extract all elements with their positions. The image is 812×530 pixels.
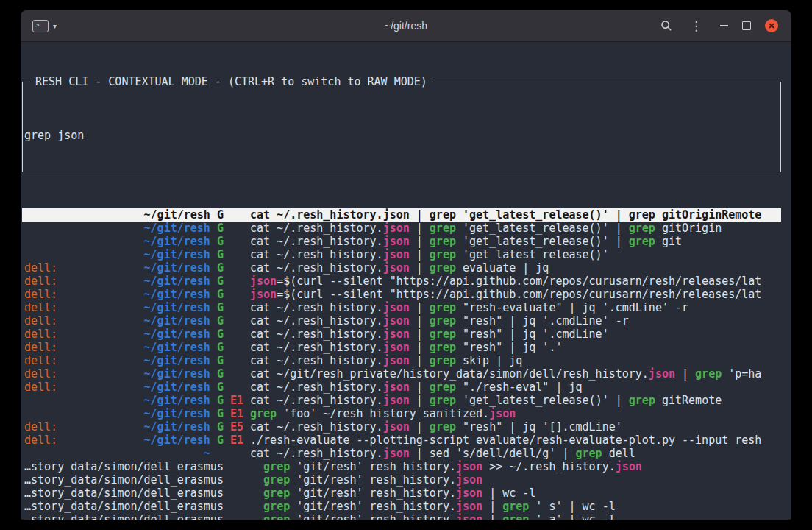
- history-row[interactable]: dell:~/git/reshGcat ~/.resh_history.json…: [22, 341, 781, 354]
- directory-label: ~/git/resh: [144, 328, 210, 341]
- command-fragment: git: [655, 235, 682, 248]
- command-fragment: cat ~/.resh_history.: [250, 208, 383, 222]
- history-row[interactable]: dell:~/git/reshGcat ~/.resh_history.json…: [22, 354, 781, 367]
- match-highlight: json: [383, 420, 410, 434]
- host-dir-cell: dell:~/git/resh: [24, 381, 210, 394]
- flag-badge: G: [217, 367, 224, 381]
- command-fragment: "resh" | jq '.cmdLine' -r: [456, 314, 629, 328]
- command-fragment: "resh" | jq '.cmdLine': [456, 328, 609, 341]
- command-fragment: 'git/resh' resh_history.: [290, 487, 456, 500]
- match-highlight: grep: [629, 208, 655, 222]
- host-label: dell:: [24, 381, 57, 394]
- flags-cell: G: [217, 261, 243, 275]
- match-highlight: json: [383, 235, 410, 248]
- command-text: cat ~/.resh_history.json | grep "resh" |…: [250, 328, 781, 341]
- command-fragment: "resh" | jq '.': [456, 341, 563, 354]
- flag-badge: E1: [224, 407, 243, 420]
- history-row[interactable]: dell:~/git/reshGjson=$(curl --silent "ht…: [22, 275, 781, 288]
- close-button[interactable]: ×: [765, 19, 778, 32]
- flags-cell: [230, 460, 257, 473]
- terminal-body[interactable]: RESH CLI - CONTEXTUAL MODE - (CTRL+R to …: [21, 42, 791, 520]
- flag-badge: G: [217, 328, 224, 341]
- history-row[interactable]: …story_data/simon/dell_erasmusgrep 'git/…: [22, 473, 781, 487]
- flags-cell: G: [217, 288, 243, 301]
- titlebar[interactable]: ▾ ~/git/resh ⋮ ×: [21, 10, 791, 42]
- history-row[interactable]: ~/git/reshG E1grep 'foo' ~/resh_history_…: [22, 407, 781, 420]
- command-fragment: skip | jq: [456, 354, 522, 367]
- flag-badge: G: [217, 434, 224, 447]
- command-text: cat ~/.resh_history.json | grep 'get_lat…: [250, 222, 781, 235]
- flags-cell: G: [217, 208, 243, 222]
- match-highlight: grep: [430, 208, 456, 222]
- host-label: dell:: [24, 354, 57, 367]
- host-label: dell:: [24, 261, 57, 275]
- flags-cell: G E1: [217, 407, 243, 420]
- match-highlight: grep: [250, 407, 277, 420]
- match-highlight: grep: [430, 248, 456, 261]
- minimize-button[interactable]: [720, 25, 728, 26]
- kebab-menu-icon[interactable]: ⋮: [690, 20, 702, 32]
- new-terminal-icon[interactable]: [32, 20, 49, 32]
- resh-mode-title: RESH CLI - CONTEXTUAL MODE - (CTRL+R to …: [30, 75, 432, 88]
- flag-badge: G: [217, 235, 224, 248]
- match-highlight: grep: [430, 222, 456, 235]
- history-row[interactable]: dell:~/git/reshG E1./resh-evaluate --plo…: [22, 434, 781, 447]
- command-fragment: cat ~/.resh_history.: [250, 261, 383, 275]
- history-row[interactable]: dell:~/git/reshGcat ~/.resh_history.json…: [22, 314, 781, 328]
- flags-cell: G: [217, 314, 243, 328]
- history-row[interactable]: dell:~/git/reshGcat ~/.resh_history.json…: [22, 328, 781, 341]
- history-row[interactable]: ~/git/reshG E1cat ~/.resh_history.json |…: [22, 394, 781, 407]
- history-row[interactable]: dell:~/git/reshGcat ~/.resh_history.json…: [22, 261, 781, 275]
- host-dir-cell: ~/git/resh: [24, 222, 210, 235]
- flag-badge: G: [217, 248, 224, 261]
- command-text: grep 'git/resh' resh_history.json | grep…: [263, 513, 781, 520]
- history-row-selected[interactable]: ~/git/reshGcat ~/.resh_history.json | gr…: [22, 208, 781, 222]
- match-highlight: json: [456, 487, 482, 500]
- host-dir-cell: …story_data/simon/dell_erasmus: [24, 473, 224, 487]
- command-text: grep 'git/resh' resh_history.json >> ~/.…: [263, 460, 781, 473]
- resh-search-box: RESH CLI - CONTEXTUAL MODE - (CTRL+R to …: [22, 82, 781, 172]
- search-icon[interactable]: [660, 20, 672, 32]
- flag-badge: E5: [224, 420, 243, 434]
- history-row[interactable]: ~/git/reshGcat ~/.resh_history.json | gr…: [22, 222, 781, 235]
- history-row[interactable]: ~/git/reshGcat ~/.resh_history.json | gr…: [22, 248, 781, 261]
- history-row[interactable]: dell:~/git/reshGcat ~/.resh_history.json…: [22, 301, 781, 314]
- flag-badge: G: [217, 341, 224, 354]
- command-text: ./resh-evaluate --plotting-script evalua…: [250, 434, 781, 447]
- history-row[interactable]: …story_data/simon/dell_erasmusgrep 'git/…: [22, 500, 781, 513]
- command-fragment: 'p=ha: [722, 367, 761, 381]
- history-row[interactable]: dell:~/git/reshGjson=$(curl --silent "ht…: [22, 288, 781, 301]
- command-text: cat ~/.resh_history.json | grep "./resh-…: [250, 381, 781, 394]
- command-fragment: =$(curl --silent "https://api.github.com…: [277, 275, 761, 288]
- flags-cell: [230, 473, 257, 487]
- history-row[interactable]: ~/git/reshGcat ~/.resh_history.json | gr…: [22, 235, 781, 248]
- maximize-button[interactable]: [742, 21, 751, 30]
- search-query-input[interactable]: grep json: [24, 129, 776, 142]
- history-row[interactable]: dell:~/git/reshG E5cat ~/.resh_history.j…: [22, 420, 781, 434]
- match-highlight: json: [383, 328, 410, 341]
- command-fragment: 'git/resh' resh_history.: [290, 473, 456, 487]
- host-label: dell:: [24, 341, 57, 354]
- directory-label: ~/git/resh: [144, 420, 210, 434]
- directory-label: ~/git/resh: [144, 394, 210, 407]
- command-fragment: | wc -l: [482, 487, 535, 500]
- match-highlight: json: [383, 261, 410, 275]
- command-fragment: =$(curl --silent "https://api.github.com…: [277, 288, 761, 301]
- host-label: dell:: [24, 275, 57, 288]
- history-row[interactable]: dell:~/git/reshGcat ~/git/resh_private/h…: [22, 367, 781, 381]
- directory-label: ~/git/resh: [144, 275, 210, 288]
- match-highlight: grep: [263, 473, 290, 487]
- directory-label: ~/git/resh: [144, 341, 210, 354]
- history-row[interactable]: ~cat ~/.resh_history.json | sed 's/dell/…: [22, 447, 781, 460]
- flag-badge: G: [217, 301, 224, 314]
- match-highlight: grep: [263, 513, 290, 520]
- flags-cell: [230, 513, 257, 520]
- host-label: …story_data/simon/dell_erasmus: [24, 487, 224, 500]
- history-row[interactable]: dell:~/git/reshGcat ~/.resh_history.json…: [22, 381, 781, 394]
- chevron-down-icon[interactable]: ▾: [53, 22, 57, 30]
- host-label: dell:: [24, 367, 57, 381]
- history-row[interactable]: …story_data/simon/dell_erasmusgrep 'git/…: [22, 513, 781, 520]
- history-row[interactable]: …story_data/simon/dell_erasmusgrep 'git/…: [22, 487, 781, 500]
- history-row[interactable]: …story_data/simon/dell_erasmusgrep 'git/…: [22, 460, 781, 473]
- flag-badge: G: [217, 288, 224, 301]
